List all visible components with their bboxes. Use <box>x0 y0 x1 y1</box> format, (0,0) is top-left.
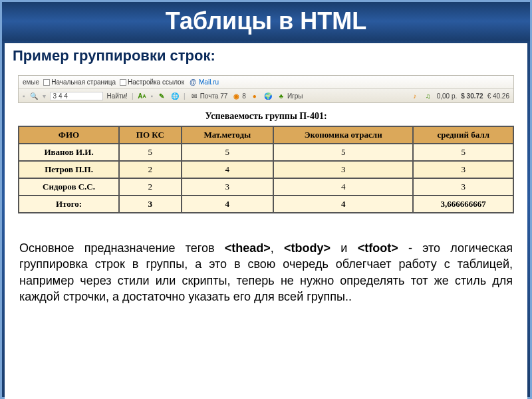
content-area: емые Начальная страница Настройка ссылок… <box>5 68 527 318</box>
usd-label: $ 30.72 <box>461 92 483 100</box>
table-row: Иванов И.И. 5 5 5 5 <box>19 144 513 161</box>
tag-tfoot: <tfoot> <box>358 241 398 255</box>
toolbar-item[interactable]: Начальная страница <box>43 78 116 86</box>
font-icon: AA <box>137 91 146 100</box>
mail-button[interactable]: ✉Почта 77 <box>190 91 228 100</box>
mail-icon: ✉ <box>190 91 199 100</box>
col-header: Экономика отрасли <box>273 126 413 144</box>
subtitle-bar: Пример группировки строк: <box>5 43 527 68</box>
note-icon: ♫ <box>424 91 433 100</box>
balance-label: 0,00 р. <box>437 92 458 100</box>
table-row: Петров П.П. 2 4 3 3 <box>19 161 513 178</box>
toolbar-item[interactable]: @Mail.ru <box>188 78 219 87</box>
tag-tbody: <tbody> <box>284 241 331 255</box>
find-button[interactable]: Найти! <box>107 92 128 100</box>
slide-title: Таблицы в HTML <box>2 2 530 41</box>
checkbox-icon <box>120 79 126 86</box>
eur-label: € 40.26 <box>487 92 509 100</box>
slide: Таблицы в HTML Пример группировки строк:… <box>0 0 532 399</box>
checkbox-icon <box>43 79 50 86</box>
explanation-text: Основное предназначение тегов <thead>, <… <box>18 240 514 305</box>
toolbar-item[interactable]: Настройка ссылок <box>120 78 184 86</box>
col-header: ПО КС <box>119 126 181 144</box>
search-icon: 🔍 <box>29 91 39 100</box>
footer-row: Итого: 3 4 4 3,666666667 <box>19 196 513 213</box>
game-icon: ♣ <box>277 91 286 100</box>
friends-icon: ◉ <box>231 91 241 100</box>
at-icon: @ <box>188 78 198 87</box>
title-bar: Таблицы в HTML <box>2 2 530 41</box>
table-foot: Итого: 3 4 4 3,666666667 <box>19 196 513 213</box>
world-icon: 🌍 <box>263 91 273 100</box>
separator: ▪ <box>23 92 25 100</box>
toolbar-label: емые <box>23 78 39 86</box>
table-caption: Успеваемость группы П-401: <box>18 111 514 122</box>
search-input[interactable]: 3 4 4 <box>50 92 103 100</box>
col-header: ФИО <box>19 126 119 144</box>
table-body: Иванов И.И. 5 5 5 5 Петров П.П. 2 4 3 3 <box>19 144 513 196</box>
grades-table: ФИО ПО КС Мат.методы Экономика отрасли с… <box>18 126 514 213</box>
col-header: Мат.методы <box>182 126 273 144</box>
games-button[interactable]: ♣Игры <box>277 91 303 100</box>
pencil-icon: ✎ <box>157 91 166 100</box>
dot-icon: ● <box>250 91 259 100</box>
music-icon: ♪ <box>410 91 420 100</box>
col-header: средний балл <box>413 126 513 144</box>
friends-button[interactable]: ◉8 <box>231 91 246 100</box>
globe-icon: 🌐 <box>170 91 180 100</box>
table-row: Сидоров С.С. 2 3 4 3 <box>19 178 513 196</box>
browser-toolbar: емые Начальная страница Настройка ссылок… <box>18 75 514 103</box>
table-head: ФИО ПО КС Мат.методы Экономика отрасли с… <box>19 126 513 144</box>
tag-thead: <thead> <box>225 241 271 255</box>
slide-body: Пример группировки строк: емые Начальная… <box>5 43 527 399</box>
slide-subtitle: Пример группировки строк: <box>13 47 519 65</box>
toolbar-row-1: емые Начальная страница Настройка ссылок… <box>19 76 513 89</box>
toolbar-row-2: ▪ 🔍 ▾ 3 4 4 Найти! | AA ▪ ✎ 🌐 | ✉Почта 7… <box>19 89 513 102</box>
header-row: ФИО ПО КС Мат.методы Экономика отрасли с… <box>19 126 513 144</box>
